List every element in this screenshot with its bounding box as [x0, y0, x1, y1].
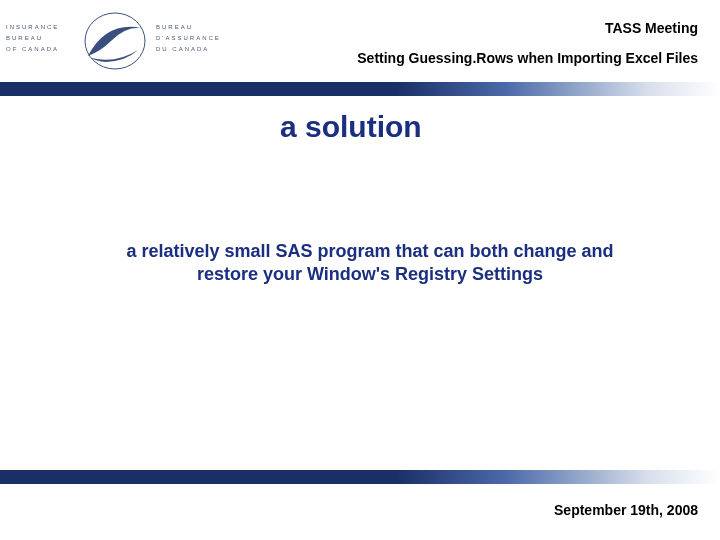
divider-bar-bottom [0, 470, 720, 484]
header: INSURANCE BUREAU OF CANADA BUREAU D'ASSU… [0, 0, 720, 78]
logo: INSURANCE BUREAU OF CANADA BUREAU D'ASSU… [6, 4, 236, 74]
logo-line: BUREAU [6, 33, 59, 44]
logo-line: INSURANCE [6, 22, 59, 33]
logo-line: D'ASSURANCE [156, 33, 221, 44]
slide-title: a solution [280, 110, 422, 144]
slide-body: a relatively small SAS program that can … [110, 240, 630, 287]
logo-line: OF CANADA [6, 44, 59, 55]
logo-line: DU CANADA [156, 44, 221, 55]
logo-text-french: BUREAU D'ASSURANCE DU CANADA [156, 22, 221, 54]
logo-text-english: INSURANCE BUREAU OF CANADA [6, 22, 59, 54]
presentation-subtitle: Setting Guessing.Rows when Importing Exc… [357, 50, 698, 66]
meeting-name: TASS Meeting [605, 20, 698, 36]
divider-bar-top [0, 82, 720, 96]
footer-date: September 19th, 2008 [554, 502, 698, 518]
logo-swoosh-icon [76, 6, 154, 76]
logo-line: BUREAU [156, 22, 221, 33]
